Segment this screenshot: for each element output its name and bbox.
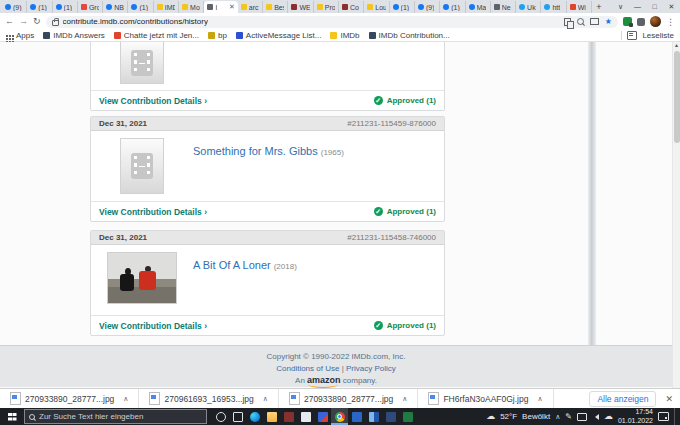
title-link[interactable]: A Bit Of A Loner xyxy=(193,259,271,271)
tab-imdb-2[interactable]: Mo xyxy=(179,1,204,13)
tab-imdb-5[interactable]: Pro xyxy=(314,1,339,13)
start-button[interactable] xyxy=(0,408,24,425)
taskbar-file-explorer[interactable] xyxy=(263,408,280,425)
new-tab-button[interactable]: + xyxy=(592,1,606,13)
title-link[interactable]: Something for Mrs. Gibbs xyxy=(193,145,318,157)
scroll-up-icon[interactable]: ▴ xyxy=(673,42,680,49)
maximize-button[interactable]: □ xyxy=(646,0,663,13)
tab-close-icon[interactable]: ✕ xyxy=(229,3,235,11)
tab-imdb-3[interactable]: arc xyxy=(238,1,263,13)
tab-facebook-2[interactable]: (1) xyxy=(27,1,52,13)
download-item-3[interactable]: 270933890_28777...jpg∧ xyxy=(279,389,418,408)
tab-twitter-1[interactable]: Uk xyxy=(516,1,541,13)
volume-icon[interactable] xyxy=(592,414,599,420)
tab-imdb-contributions[interactable]: I✕ xyxy=(204,1,237,13)
profile-avatar[interactable] xyxy=(650,16,661,27)
extension-icon[interactable] xyxy=(623,17,632,26)
download-menu-chevron-icon[interactable]: ∧ xyxy=(263,395,268,403)
tab-imdb-4[interactable]: Bes xyxy=(263,1,288,13)
taskbar-task-view[interactable] xyxy=(229,408,246,425)
film-strip-icon xyxy=(131,50,153,76)
scrollbar-thumb[interactable] xyxy=(674,51,680,143)
taskbar-search-input[interactable] xyxy=(39,412,202,421)
tab-search-icon[interactable]: ∨ xyxy=(612,0,629,13)
apps-shortcut[interactable]: Apps xyxy=(6,31,34,40)
reading-list[interactable]: Leseliste xyxy=(621,31,674,40)
tab-imdb-6[interactable]: Lou xyxy=(364,1,389,13)
show-all-downloads-button[interactable]: Alle anzeigen xyxy=(589,391,656,407)
view-contribution-details-link[interactable]: View Contribution Details › xyxy=(99,96,207,106)
pen-icon[interactable]: ✎ xyxy=(565,413,572,421)
bookmark-chatte[interactable]: Chatte jetzt mit Jen... xyxy=(114,31,199,40)
download-item-1[interactable]: 270933890_28777...jpg∧ xyxy=(0,389,139,408)
taskbar-app-blue[interactable] xyxy=(348,408,365,425)
tab-facebook-7[interactable]: (1) xyxy=(440,1,465,13)
url-text[interactable]: contribute.imdb.com/contributions/histor… xyxy=(63,17,208,26)
bookmark-imdb-answers[interactable]: IMDb Answers xyxy=(43,31,105,40)
taskbar-search[interactable] xyxy=(24,409,207,424)
view-contribution-details-link[interactable]: View Contribution Details › xyxy=(99,207,207,217)
tray-overflow-icon[interactable]: ∧ xyxy=(555,413,560,421)
extensions-puzzle-icon[interactable] xyxy=(637,18,645,26)
download-item-4[interactable]: FH6rfaN3oAAF0Gj.jpg∧ xyxy=(418,389,553,408)
bookmark-activemessage[interactable]: ActiveMessage List... xyxy=(236,31,322,40)
onedrive-icon[interactable]: ☁ xyxy=(604,412,613,421)
bookmark-star-icon[interactable]: ★ xyxy=(605,18,612,26)
minimize-button[interactable]: — xyxy=(629,0,646,13)
tab-facebook-5[interactable]: (1) xyxy=(390,1,415,13)
taskbar-app-green[interactable] xyxy=(399,408,416,425)
forward-icon[interactable]: → xyxy=(19,17,28,26)
view-contribution-details-link[interactable]: View Contribution Details › xyxy=(99,321,207,331)
address-bar[interactable]: contribute.imdb.com/contributions/histor… xyxy=(46,16,618,28)
reload-icon[interactable]: ↻ xyxy=(33,17,41,26)
bookmark-bp[interactable]: bp xyxy=(208,31,227,40)
tab-facebook-nb[interactable]: NB xyxy=(103,1,128,13)
tab-facebook-4[interactable]: (1) xyxy=(128,1,153,13)
close-downloads-bar-icon[interactable]: ✕ xyxy=(665,394,673,404)
download-item-2[interactable]: 270961693_16953...jpg∧ xyxy=(139,389,278,408)
taskbar-chrome[interactable] xyxy=(331,408,348,425)
tab-ne[interactable]: Ne xyxy=(491,1,516,13)
network-icon[interactable] xyxy=(577,413,587,421)
tab-imdbpro-1[interactable]: WE xyxy=(288,1,313,13)
inner-scrollbar[interactable] xyxy=(588,42,596,345)
privacy-policy-link[interactable]: Privacy Policy xyxy=(346,364,396,373)
taskbar-mail[interactable] xyxy=(297,408,314,425)
download-menu-chevron-icon[interactable]: ∧ xyxy=(402,395,407,403)
conditions-of-use-link[interactable]: Conditions of Use xyxy=(276,364,339,373)
tab-imdbpro-2[interactable]: Co xyxy=(339,1,364,13)
image-file-icon xyxy=(289,392,300,405)
bookmark-imdb-contribution[interactable]: IMDb Contribution... xyxy=(369,31,450,40)
bookmark-imdb[interactable]: IMDb xyxy=(330,31,359,40)
zoom-icon[interactable] xyxy=(577,18,584,25)
taskbar-clock[interactable]: 17:54 01.01.2022 xyxy=(618,408,653,425)
taskbar-cortana[interactable] xyxy=(212,408,229,425)
download-menu-chevron-icon[interactable]: ∧ xyxy=(537,395,542,403)
taskbar-app-mosaic[interactable] xyxy=(365,408,382,425)
back-icon[interactable]: ← xyxy=(5,17,14,26)
photo-thumbnail[interactable] xyxy=(107,252,177,304)
browser-menu-icon[interactable]: ⋮ xyxy=(666,17,675,27)
notification-center-icon[interactable] xyxy=(658,412,669,421)
tab-facebook-3[interactable]: (1) xyxy=(53,1,78,13)
share-icon[interactable] xyxy=(590,18,599,25)
taskbar-app-folder-dark[interactable] xyxy=(382,408,399,425)
tab-facebook-1[interactable]: (9) xyxy=(2,1,27,13)
download-menu-chevron-icon[interactable]: ∧ xyxy=(123,395,128,403)
close-button[interactable]: ✕ xyxy=(663,0,680,13)
amazon-logo[interactable]: amazon xyxy=(307,374,341,387)
show-desktop-button[interactable] xyxy=(674,408,678,425)
taskbar-store[interactable] xyxy=(280,408,297,425)
browser-scrollbar[interactable]: ▴ xyxy=(672,42,680,388)
tab-twitter-2[interactable]: htt xyxy=(541,1,566,13)
taskbar-edge[interactable] xyxy=(246,408,263,425)
copy-icon[interactable] xyxy=(564,18,571,26)
weather-temp[interactable]: 52°F xyxy=(500,412,517,421)
tab-gro[interactable]: Gro xyxy=(78,1,103,13)
taskbar-photos[interactable] xyxy=(314,408,331,425)
tab-facebook-8[interactable]: Ma xyxy=(466,1,491,13)
tab-wi[interactable]: Wi xyxy=(567,1,592,13)
weather-condition[interactable]: Bewölkt xyxy=(522,412,550,421)
tab-facebook-6[interactable]: (9) xyxy=(415,1,440,13)
tab-imdb-1[interactable]: IMD xyxy=(154,1,179,13)
